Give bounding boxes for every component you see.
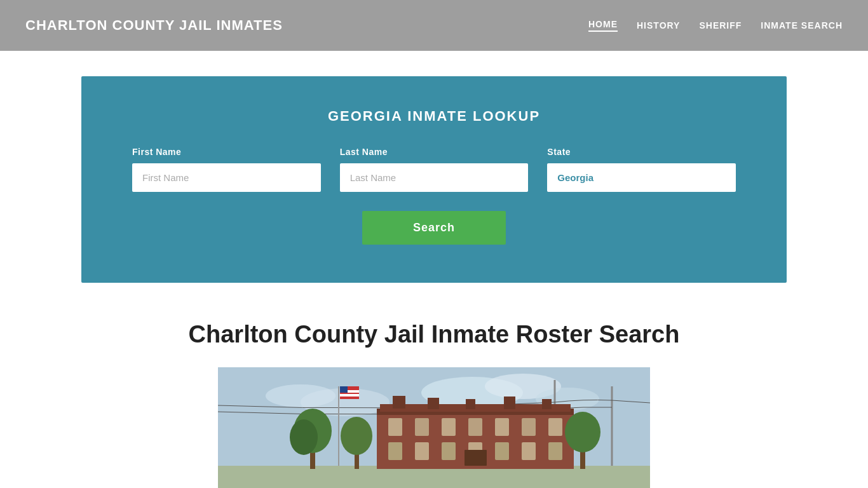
svg-rect-27 xyxy=(388,418,402,436)
svg-rect-32 xyxy=(522,418,536,436)
state-label: State xyxy=(547,147,736,157)
svg-point-43 xyxy=(565,412,600,452)
svg-rect-33 xyxy=(548,418,562,436)
first-name-label: First Name xyxy=(132,147,321,157)
last-name-input[interactable] xyxy=(340,163,529,192)
svg-rect-38 xyxy=(495,442,509,460)
svg-rect-29 xyxy=(442,418,456,436)
svg-rect-24 xyxy=(466,399,475,409)
svg-rect-12 xyxy=(340,386,348,393)
svg-rect-23 xyxy=(428,398,439,409)
nav-home[interactable]: HOME xyxy=(588,19,618,32)
nav-history[interactable]: HISTORY xyxy=(637,20,680,30)
first-name-field: First Name xyxy=(132,147,321,192)
svg-rect-30 xyxy=(468,418,482,436)
main-content: Charlton County Jail Inmate Roster Searc… xyxy=(81,308,787,488)
svg-rect-41 xyxy=(465,450,487,466)
last-name-label: Last Name xyxy=(340,147,529,157)
svg-point-16 xyxy=(290,419,318,455)
svg-rect-11 xyxy=(340,394,359,396)
main-nav: HOME HISTORY SHERIFF INMATE SEARCH xyxy=(588,19,843,32)
svg-rect-40 xyxy=(548,442,562,460)
state-field: State xyxy=(547,147,736,192)
form-row: First Name Last Name State xyxy=(132,147,736,192)
nav-inmate-search[interactable]: INMATE SEARCH xyxy=(761,20,843,30)
search-panel: GEORGIA INMATE LOOKUP First Name Last Na… xyxy=(81,76,787,283)
svg-rect-28 xyxy=(415,418,429,436)
svg-rect-39 xyxy=(522,442,536,460)
search-panel-title: GEORGIA INMATE LOOKUP xyxy=(132,108,736,125)
site-header: CHARLTON COUNTY JAIL INMATES HOME HISTOR… xyxy=(0,0,868,51)
svg-point-18 xyxy=(341,417,372,455)
building-image xyxy=(218,367,650,488)
svg-rect-35 xyxy=(415,442,429,460)
first-name-input[interactable] xyxy=(132,163,321,192)
svg-point-5 xyxy=(266,384,336,407)
svg-rect-13 xyxy=(218,466,650,488)
site-title: CHARLTON COUNTY JAIL INMATES xyxy=(25,17,283,34)
roster-title: Charlton County Jail Inmate Roster Searc… xyxy=(81,321,787,348)
svg-rect-36 xyxy=(442,442,456,460)
search-button[interactable]: Search xyxy=(362,211,506,245)
nav-sheriff[interactable]: SHERIFF xyxy=(699,20,742,30)
state-input[interactable] xyxy=(547,163,736,192)
last-name-field: Last Name xyxy=(340,147,529,192)
search-btn-row: Search xyxy=(132,211,736,245)
svg-rect-26 xyxy=(542,399,552,409)
svg-rect-22 xyxy=(393,396,405,409)
svg-rect-25 xyxy=(504,396,515,409)
svg-rect-31 xyxy=(495,418,509,436)
svg-rect-34 xyxy=(388,442,402,460)
